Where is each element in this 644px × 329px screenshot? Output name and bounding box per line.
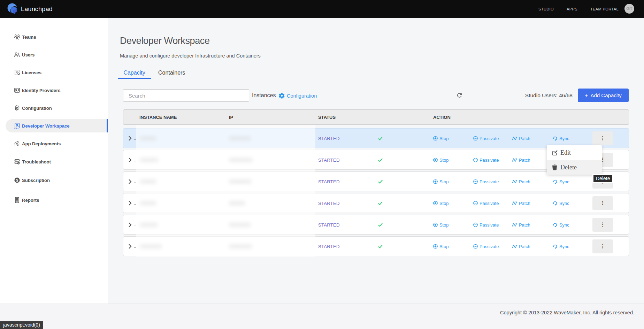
svg-text:$: $ bbox=[16, 178, 18, 182]
